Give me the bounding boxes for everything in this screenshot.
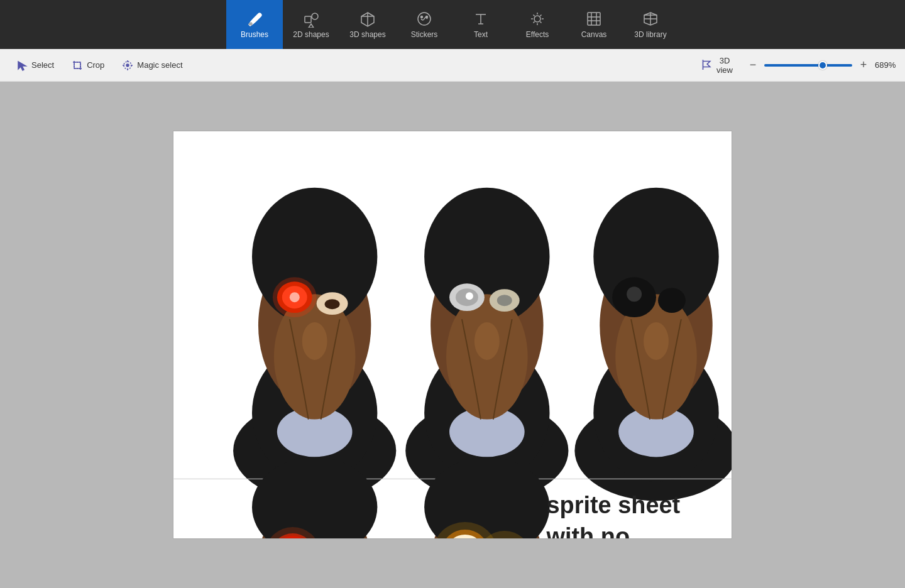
svg-line-12	[540, 21, 541, 23]
secondary-toolbar: Select Crop Magic select 3D view	[0, 49, 905, 82]
zoom-slider[interactable]	[764, 64, 852, 67]
3d-view-button[interactable]: 3D view	[694, 53, 739, 77]
svg-point-40	[302, 322, 327, 360]
svg-rect-15	[588, 13, 600, 25]
zoom-control: − + 689%	[745, 58, 897, 73]
svg-point-61	[658, 288, 686, 313]
svg-point-62	[644, 322, 669, 360]
toolbar-stickers[interactable]: Stickers	[396, 0, 452, 49]
sprite-image: sprite sheet with no animation	[173, 131, 732, 538]
flag-icon	[700, 58, 713, 71]
sec-right: 3D view − + 689%	[694, 53, 897, 77]
svg-point-60	[627, 286, 642, 302]
svg-line-13	[540, 15, 541, 16]
svg-point-49	[466, 292, 473, 300]
svg-point-6	[534, 16, 540, 22]
zoom-out-button[interactable]: −	[745, 58, 760, 73]
toolbar-effects[interactable]: Effects	[509, 0, 566, 49]
svg-rect-20	[74, 62, 80, 68]
svg-point-5	[426, 16, 428, 18]
toolbar-3d-library[interactable]: 3D library	[622, 0, 679, 49]
crop-button[interactable]: Crop	[63, 49, 113, 81]
canvas-content: sprite sheet with no animation	[173, 131, 732, 539]
svg-marker-2	[309, 24, 314, 28]
svg-point-51	[497, 295, 512, 306]
zoom-percentage: 689%	[875, 60, 897, 70]
svg-point-4	[421, 16, 423, 18]
svg-point-39	[273, 277, 317, 317]
crop-icon	[72, 60, 83, 71]
toolbar-3d-shapes[interactable]: 3D shapes	[339, 0, 396, 49]
svg-text:sprite sheet: sprite sheet	[547, 492, 681, 518]
svg-line-14	[534, 21, 535, 23]
toolbar-canvas[interactable]: Canvas	[566, 0, 622, 49]
toolbar-2d-shapes[interactable]: 2D shapes	[283, 0, 339, 49]
select-icon	[16, 60, 28, 71]
canvas-area: sprite sheet with no animation	[0, 82, 905, 588]
svg-point-38	[325, 299, 340, 309]
toolbar-text[interactable]: Text	[452, 0, 509, 49]
svg-point-22	[126, 64, 129, 67]
top-toolbar: Brushes 2D shapes 3D shapes Stickers	[0, 0, 905, 49]
svg-line-11	[534, 15, 535, 16]
svg-point-1	[312, 13, 318, 19]
magic-select-icon	[122, 60, 133, 71]
svg-point-52	[474, 322, 500, 360]
zoom-in-button[interactable]: +	[856, 58, 871, 73]
toolbar-brushes[interactable]: Brushes	[226, 0, 283, 49]
svg-text:with no: with no	[546, 523, 630, 538]
svg-rect-0	[305, 16, 311, 23]
select-button[interactable]: Select	[8, 49, 63, 81]
magic-select-button[interactable]: Magic select	[113, 49, 191, 81]
